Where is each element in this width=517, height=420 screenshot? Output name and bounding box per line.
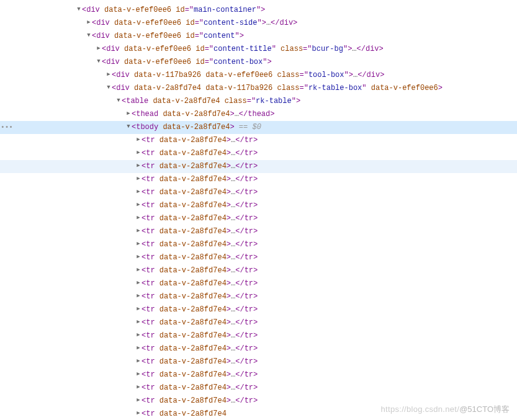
chevron-right-icon[interactable]: ▶: [135, 213, 142, 223]
node-content[interactable]: ▶<thead data-v-2a8fd7e4>…</thead>: [14, 108, 517, 120]
node-markup[interactable]: <tr data-v-2a8fd7e4>…</tr>: [142, 318, 258, 327]
chevron-right-icon[interactable]: ▶: [135, 292, 142, 301]
chevron-right-icon[interactable]: ▶: [135, 305, 142, 314]
node-markup[interactable]: <tr data-v-2a8fd7e4>…</tr>: [142, 370, 258, 379]
dom-node-tr[interactable]: ▶<tr data-v-2a8fd7e4>…</tr>: [0, 355, 517, 369]
node-content[interactable]: ▶<tr data-v-2a8fd7e4>…</tr>: [14, 316, 517, 329]
chevron-right-icon[interactable]: ▶: [135, 226, 142, 236]
node-content[interactable]: ▼<div data-v-efef0ee6 id="main-container…: [14, 4, 517, 16]
node-markup[interactable]: <div data-v-efef0ee6 id="content-side">……: [92, 19, 297, 27]
chevron-right-icon[interactable]: ▶: [86, 18, 92, 27]
node-markup[interactable]: <div data-v-efef0ee6 id="content-title" …: [102, 45, 384, 53]
dom-node-div[interactable]: ▶<div data-v-117ba926 data-v-efef0ee6 cl…: [0, 69, 517, 82]
chevron-down-icon[interactable]: ▼: [76, 5, 82, 14]
node-content[interactable]: ▶<tr data-v-2a8fd7e4>…</tr>: [14, 264, 517, 277]
node-content[interactable]: ▶<tr data-v-2a8fd7e4>…</tr>: [14, 238, 517, 251]
dom-node-tr[interactable]: ▶<tr data-v-2a8fd7e4>…</tr>: [0, 290, 517, 303]
node-markup[interactable]: <tr data-v-2a8fd7e4>…</tr>: [142, 253, 258, 262]
dom-node-div[interactable]: ▼<div data-v-efef0ee6 id="main-container…: [0, 4, 517, 17]
node-markup[interactable]: <tr data-v-2a8fd7e4>…</tr>: [142, 292, 258, 301]
dom-node-tr[interactable]: ▶<tr data-v-2a8fd7e4>…</tr>: [0, 199, 517, 212]
chevron-right-icon[interactable]: ▶: [135, 318, 142, 327]
chevron-right-icon[interactable]: ▶: [135, 383, 142, 392]
dom-node-tr[interactable]: ▶<tr data-v-2a8fd7e4>…</tr>: [0, 186, 517, 199]
node-content[interactable]: ▶<tr data-v-2a8fd7e4>…</tr>: [14, 225, 517, 238]
node-content[interactable]: ▶<tr data-v-2a8fd7e4>…</tr>: [14, 173, 517, 185]
node-content[interactable]: ▶<tr data-v-2a8fd7e4>…</tr>: [14, 342, 517, 355]
dom-node-tr[interactable]: ▶<tr data-v-2a8fd7e4>…</tr>: [0, 212, 517, 225]
node-content[interactable]: ▶<tr data-v-2a8fd7e4>…</tr>: [14, 355, 517, 368]
node-markup[interactable]: <tr data-v-2a8fd7e4>…</tr>: [142, 240, 258, 249]
node-content[interactable]: ▶<tr data-v-2a8fd7e4>…</tr>: [14, 199, 517, 212]
dom-node-tr[interactable]: ▶<tr data-v-2a8fd7e4>…</tr>: [0, 160, 517, 173]
node-markup[interactable]: <tr data-v-2a8fd7e4>…</tr>: [142, 305, 258, 314]
chevron-right-icon[interactable]: ▶: [135, 187, 142, 197]
dom-node-tr[interactable]: ▶<tr data-v-2a8fd7e4>…</tr>: [0, 147, 517, 160]
chevron-right-icon[interactable]: ▶: [135, 200, 142, 210]
node-content[interactable]: ▶<tr data-v-2a8fd7e4>…</tr>: [14, 329, 517, 342]
node-content[interactable]: ▼<div data-v-efef0ee6 id="content-box">: [14, 56, 517, 68]
dom-node-tr[interactable]: ▶<tr data-v-2a8fd7e4>…</tr>: [0, 251, 517, 264]
node-markup[interactable]: <div data-v-2a8fd7e4 data-v-117ba926 cla…: [112, 84, 443, 92]
dom-node-tr[interactable]: ▶<tr data-v-2a8fd7e4: [0, 408, 517, 420]
dom-node-table[interactable]: ▼<table data-v-2a8fd7e4 class="rk-table"…: [0, 95, 517, 108]
node-markup[interactable]: <table data-v-2a8fd7e4 class="rk-table">: [122, 97, 300, 105]
dom-tree[interactable]: ▼<div data-v-efef0ee6 id="main-container…: [0, 0, 517, 420]
node-content[interactable]: ▶<div data-v-efef0ee6 id="content-side">…: [14, 17, 517, 29]
chevron-down-icon[interactable]: ▼: [106, 83, 112, 92]
dom-node-tr[interactable]: ▶<tr data-v-2a8fd7e4>…</tr>: [0, 238, 517, 251]
node-markup[interactable]: <tr data-v-2a8fd7e4>…</tr>: [142, 175, 258, 184]
node-markup[interactable]: <tr data-v-2a8fd7e4: [142, 409, 227, 418]
chevron-right-icon[interactable]: ▶: [135, 279, 142, 288]
dom-node-div[interactable]: ▼<div data-v-efef0ee6 id="content-box">: [0, 56, 517, 69]
node-content[interactable]: ▶<tr data-v-2a8fd7e4>…</tr>: [14, 395, 517, 407]
dom-node-tr[interactable]: ▶<tr data-v-2a8fd7e4>…</tr>: [0, 277, 517, 290]
node-markup[interactable]: <tr data-v-2a8fd7e4>…</tr>: [142, 149, 258, 158]
node-content[interactable]: ▶<tr data-v-2a8fd7e4>…</tr>: [14, 251, 517, 264]
node-markup[interactable]: <tr data-v-2a8fd7e4>…</tr>: [142, 188, 258, 197]
chevron-right-icon[interactable]: ▶: [135, 161, 142, 171]
chevron-right-icon[interactable]: ▶: [135, 331, 142, 340]
node-markup[interactable]: <tr data-v-2a8fd7e4>…</tr>: [142, 162, 258, 171]
chevron-right-icon[interactable]: ▶: [125, 109, 132, 118]
chevron-right-icon[interactable]: ▶: [135, 370, 142, 379]
node-content[interactable]: ▶<tr data-v-2a8fd7e4>…</tr>: [14, 369, 517, 381]
dom-node-tr[interactable]: ▶<tr data-v-2a8fd7e4>…</tr>: [0, 342, 517, 355]
dom-node-tr[interactable]: ▶<tr data-v-2a8fd7e4>…</tr>: [0, 134, 517, 147]
chevron-right-icon[interactable]: ▶: [135, 252, 142, 262]
node-markup[interactable]: <thead data-v-2a8fd7e4>…</thead>: [132, 110, 274, 118]
chevron-right-icon[interactable]: ▶: [96, 44, 102, 53]
node-markup[interactable]: <div data-v-117ba926 data-v-efef0ee6 cla…: [112, 71, 384, 79]
chevron-down-icon[interactable]: ▼: [86, 31, 92, 40]
dom-node-tr[interactable]: ▶<tr data-v-2a8fd7e4>…</tr>: [0, 264, 517, 277]
chevron-right-icon[interactable]: ▶: [135, 239, 142, 249]
node-markup[interactable]: <tr data-v-2a8fd7e4>…</tr>: [142, 279, 258, 288]
chevron-right-icon[interactable]: ▶: [106, 70, 112, 79]
node-markup[interactable]: <tr data-v-2a8fd7e4>…</tr>: [142, 357, 258, 366]
node-markup[interactable]: <tr data-v-2a8fd7e4>…</tr>: [142, 227, 258, 236]
node-content[interactable]: ▶<tr data-v-2a8fd7e4>…</tr>: [14, 382, 517, 394]
chevron-right-icon[interactable]: ▶: [135, 344, 142, 353]
node-markup[interactable]: <div data-v-efef0ee6 id="content-box">: [102, 58, 272, 66]
node-content[interactable]: ▶<tr data-v-2a8fd7e4>…</tr>: [14, 160, 517, 172]
node-content[interactable]: ▶<tr data-v-2a8fd7e4>…</tr>: [14, 134, 517, 146]
dom-node-tr[interactable]: ▶<tr data-v-2a8fd7e4>…</tr>: [0, 316, 517, 329]
chevron-right-icon[interactable]: ▶: [135, 396, 142, 405]
node-markup[interactable]: <tr data-v-2a8fd7e4>…</tr>: [142, 396, 258, 405]
chevron-right-icon[interactable]: ▶: [135, 409, 142, 418]
node-content[interactable]: ▼<div data-v-efef0ee6 id="content">: [14, 30, 517, 42]
node-content[interactable]: ▶<tr data-v-2a8fd7e4: [14, 408, 517, 420]
chevron-down-icon[interactable]: ▼: [96, 57, 102, 66]
node-content[interactable]: ▶<tr data-v-2a8fd7e4>…</tr>: [14, 186, 517, 199]
chevron-right-icon[interactable]: ▶: [135, 357, 142, 366]
node-content[interactable]: ▶<tr data-v-2a8fd7e4>…</tr>: [14, 147, 517, 159]
dom-node-tr[interactable]: ▶<tr data-v-2a8fd7e4>…</tr>: [0, 329, 517, 342]
node-markup[interactable]: <tr data-v-2a8fd7e4>…</tr>: [142, 383, 258, 392]
chevron-right-icon[interactable]: ▶: [135, 148, 142, 158]
node-markup[interactable]: <tr data-v-2a8fd7e4>…</tr>: [142, 214, 258, 223]
node-content[interactable]: ▶<tr data-v-2a8fd7e4>…</tr>: [14, 277, 517, 290]
chevron-down-icon[interactable]: ▼: [125, 122, 132, 132]
dom-node-tr[interactable]: ▶<tr data-v-2a8fd7e4>…</tr>: [0, 173, 517, 186]
node-markup[interactable]: <tr data-v-2a8fd7e4>…</tr>: [142, 344, 258, 353]
dom-node-div[interactable]: ▼<div data-v-efef0ee6 id="content">: [0, 30, 517, 43]
